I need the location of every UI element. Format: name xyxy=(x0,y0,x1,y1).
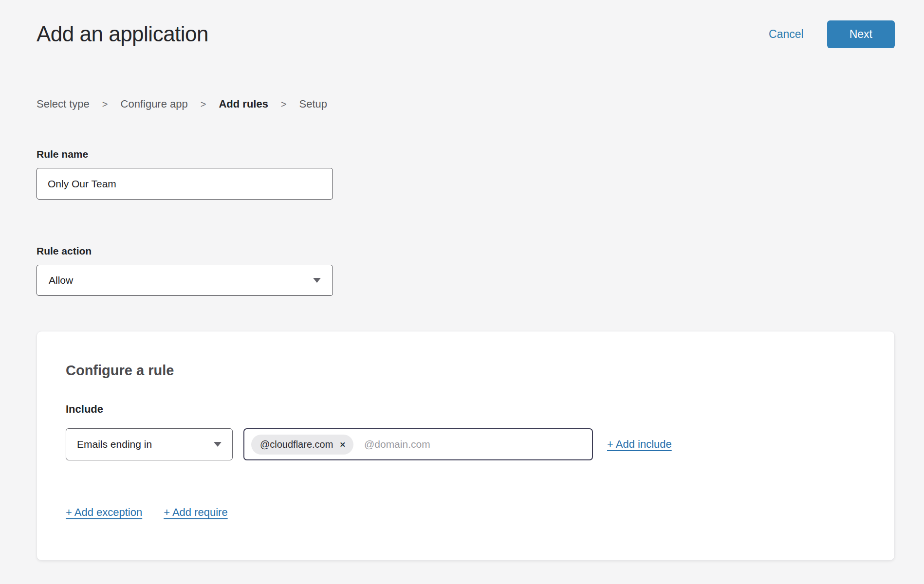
domain-entry-input[interactable] xyxy=(364,438,585,450)
email-domain-tag: @cloudflare.com ✕ xyxy=(251,435,353,455)
breadcrumb-separator: > xyxy=(201,99,206,110)
rule-sub-links: + Add exception + Add require xyxy=(66,506,866,519)
add-application-page: Add an application Cancel Next Select ty… xyxy=(0,0,924,561)
rule-name-input[interactable] xyxy=(37,168,333,200)
breadcrumb-step-add-rules[interactable]: Add rules xyxy=(219,98,268,110)
rule-action-label: Rule action xyxy=(37,245,895,257)
email-domain-tag-label: @cloudflare.com xyxy=(260,439,333,450)
include-selector-value: Emails ending in xyxy=(77,438,152,450)
configure-rule-card: Configure a rule Include Emails ending i… xyxy=(37,331,895,561)
card-title: Configure a rule xyxy=(66,331,866,379)
topbar: Add an application Cancel Next xyxy=(37,0,895,48)
cancel-button[interactable]: Cancel xyxy=(769,28,804,41)
rule-action-select[interactable]: Allow xyxy=(37,265,333,296)
breadcrumb-step-select-type[interactable]: Select type xyxy=(37,98,90,110)
breadcrumb-step-setup[interactable]: Setup xyxy=(299,98,328,110)
breadcrumb-separator: > xyxy=(281,99,287,110)
breadcrumb-step-configure-app[interactable]: Configure app xyxy=(121,98,188,110)
add-require-link[interactable]: + Add require xyxy=(164,506,227,519)
include-label: Include xyxy=(66,403,866,416)
rule-action-selected-value: Allow xyxy=(49,274,73,286)
breadcrumb-separator: > xyxy=(102,99,108,110)
rule-name-label: Rule name xyxy=(37,148,895,160)
chevron-down-icon xyxy=(313,278,321,283)
breadcrumb: Select type > Configure app > Add rules … xyxy=(37,98,895,110)
add-include-link[interactable]: + Add include xyxy=(607,438,672,451)
include-selector-select[interactable]: Emails ending in xyxy=(66,428,233,460)
page-title: Add an application xyxy=(37,22,208,46)
include-rule-row: Emails ending in @cloudflare.com ✕ + Add… xyxy=(66,428,866,460)
include-value-tag-input[interactable]: @cloudflare.com ✕ xyxy=(243,428,593,460)
topbar-actions: Cancel Next xyxy=(769,20,895,48)
remove-tag-icon[interactable]: ✕ xyxy=(339,441,346,448)
next-button[interactable]: Next xyxy=(827,20,895,48)
chevron-down-icon xyxy=(214,442,222,447)
add-exception-link[interactable]: + Add exception xyxy=(66,506,142,519)
